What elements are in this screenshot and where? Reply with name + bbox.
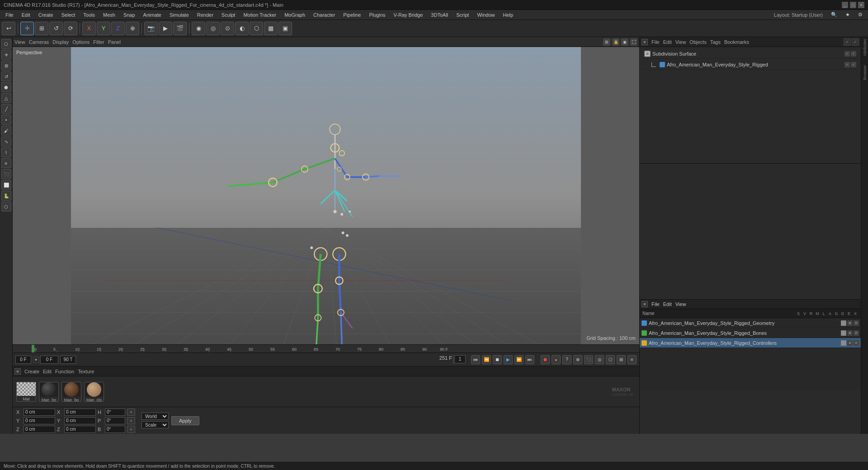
coord-lock-x[interactable]: ≡ [127, 409, 135, 416]
object-row-subdivision[interactable]: Subdivision Surface ✓ ✓ [642, 49, 858, 59]
undo-button[interactable]: ↩ [2, 22, 15, 35]
menu-file[interactable]: File [2, 11, 17, 19]
menu-select[interactable]: Select [58, 11, 79, 19]
material-man-bo-2[interactable]: Man_bo [61, 382, 81, 402]
close-button[interactable]: × [858, 2, 864, 8]
menu-3dtoall[interactable]: 3DToAll [427, 11, 452, 19]
tool-move[interactable]: ✛ [20, 22, 34, 35]
go-end-button[interactable]: ⏭ [525, 355, 534, 364]
go-start-button[interactable]: ⏮ [471, 355, 480, 364]
tool-brush[interactable]: 🖌 [1, 126, 11, 136]
so-menu-view[interactable]: View [675, 301, 686, 307]
tool-display-3[interactable]: ⊙ [221, 22, 234, 35]
menu-render[interactable]: Render [193, 11, 217, 19]
mat-menu-function[interactable]: Function [55, 369, 74, 374]
y-size-input[interactable] [64, 417, 96, 424]
tool-rotate[interactable]: ↺ [49, 22, 63, 35]
tool-polygon[interactable]: △ [1, 93, 11, 103]
x-position-input[interactable] [24, 409, 55, 416]
layout-search[interactable]: 🔍 [827, 11, 841, 19]
vp-menu-display[interactable]: Display [52, 39, 69, 45]
om-menu-tags[interactable]: Tags [710, 39, 721, 45]
anim-btn-2[interactable]: ⬛ [584, 355, 593, 364]
layout-gear[interactable]: ⚙ [854, 11, 866, 19]
ctrl-i3[interactable]: H [854, 340, 859, 346]
vp-menu-options[interactable]: Options [72, 39, 90, 45]
material-man-clo[interactable]: Man_clo [84, 382, 104, 402]
tool-z[interactable]: Z [111, 22, 125, 35]
om-menu-objects[interactable]: Objects [689, 39, 706, 45]
tool-y[interactable]: Y [97, 22, 110, 35]
anim-btn-5[interactable]: ⊞ [617, 355, 626, 364]
tool-transform[interactable]: ⟳ [64, 22, 77, 35]
scene-obj-controllers[interactable]: Afro_American_Man_Everyday_Style_Rigged_… [640, 338, 861, 348]
vp-menu-panel[interactable]: Panel [108, 39, 121, 45]
menu-character[interactable]: Character [310, 11, 339, 19]
menu-pipeline[interactable]: Pipeline [340, 11, 364, 19]
menu-tools[interactable]: Tools [80, 11, 99, 19]
tool-xyz[interactable]: ⊕ [126, 22, 139, 35]
menu-plugins[interactable]: Plugins [365, 11, 389, 19]
tool-point[interactable]: • [1, 115, 11, 125]
tool-display-6[interactable]: ▦ [264, 22, 278, 35]
apply-button[interactable]: Apply [171, 416, 199, 425]
3d-viewport[interactable]: Perspective Grid Spacing : 100 cm [13, 47, 639, 344]
menu-create[interactable]: Create [35, 11, 57, 19]
tool-render-region[interactable]: 📷 [144, 22, 158, 35]
y-position-input[interactable] [24, 417, 55, 424]
tool-scale[interactable]: ⊞ [35, 22, 48, 35]
object-row-rigged[interactable]: Afro_American_Man_Everyday_Style_Rigged … [642, 60, 858, 70]
x-size-input[interactable] [64, 409, 96, 416]
anim-btn-4[interactable]: ⬡ [606, 355, 615, 364]
menu-animate[interactable]: Animate [140, 11, 165, 19]
mat-toolbar-icon[interactable]: ≡ [14, 368, 21, 375]
menu-motion-tracker[interactable]: Motion Tracker [240, 11, 280, 19]
ctrl-i1[interactable]: L [841, 340, 846, 346]
tool-magnet[interactable]: ∿ [1, 136, 11, 146]
b-input[interactable] [105, 426, 125, 433]
end-frame-input[interactable] [60, 356, 76, 364]
mat-menu-create[interactable]: Create [24, 369, 39, 374]
tool-texture[interactable]: ⬛ [1, 169, 11, 179]
tool-uv[interactable]: ⬜ [1, 180, 11, 190]
coord-lock-z[interactable]: ≡ [127, 426, 135, 433]
om-menu-bookmarks[interactable]: Bookmarks [724, 39, 749, 45]
om-menu-view[interactable]: View [675, 39, 686, 45]
rigged-icon-1[interactable]: ✓ [844, 62, 850, 67]
so-menu-file[interactable]: File [651, 301, 660, 307]
mat-menu-edit[interactable]: Edit [43, 369, 52, 374]
menu-vray[interactable]: V-Ray Bridge [390, 11, 427, 19]
tool-knife[interactable]: ⬟ [1, 82, 11, 92]
coord-system-select[interactable]: World Local Object [142, 413, 169, 420]
menu-edit[interactable]: Edit [18, 11, 34, 19]
menu-sculpt[interactable]: Sculpt [218, 11, 239, 19]
z-size-input[interactable] [64, 426, 96, 433]
bones-i3[interactable]: H [854, 330, 859, 336]
sub-icon-2[interactable]: ✓ [851, 51, 856, 56]
bones-i1[interactable]: L [841, 330, 846, 336]
key-frame-input[interactable] [40, 356, 58, 364]
tool-smooth[interactable]: ⌇ [1, 147, 11, 157]
tool-display-1[interactable]: ◉ [192, 22, 205, 35]
play-fast-forward[interactable]: ⏩ [514, 355, 524, 364]
vp-icon-layout[interactable]: ⊞ [603, 38, 610, 46]
tool-rotate-2[interactable]: ↺ [1, 71, 11, 81]
tool-display-4[interactable]: ◐ [235, 22, 249, 35]
menu-snap[interactable]: Snap [120, 11, 139, 19]
tool-scale-2[interactable]: ⊞ [1, 61, 11, 70]
key-button[interactable]: ⬧ [552, 355, 561, 364]
geo-i3[interactable]: H [854, 320, 859, 326]
material-man-bo-1[interactable]: Man_bo [39, 382, 59, 402]
z-position-input[interactable] [24, 426, 55, 433]
anim-btn-3[interactable]: ◎ [595, 355, 604, 364]
om-menu-file[interactable]: File [651, 39, 660, 45]
stop-button[interactable]: ⏹ [493, 355, 502, 364]
tool-edge[interactable]: ╱ [1, 104, 11, 114]
geo-i2[interactable]: ⊕ [847, 320, 853, 326]
attributes-tab[interactable]: Attributes [863, 39, 867, 56]
tool-python[interactable]: 🐍 [1, 191, 11, 201]
record-button[interactable]: ⏺ [541, 355, 550, 364]
browser-tab[interactable]: Browser [863, 65, 867, 80]
rigged-icon-2[interactable]: ✓ [851, 62, 856, 67]
current-frame-input[interactable] [15, 356, 31, 364]
